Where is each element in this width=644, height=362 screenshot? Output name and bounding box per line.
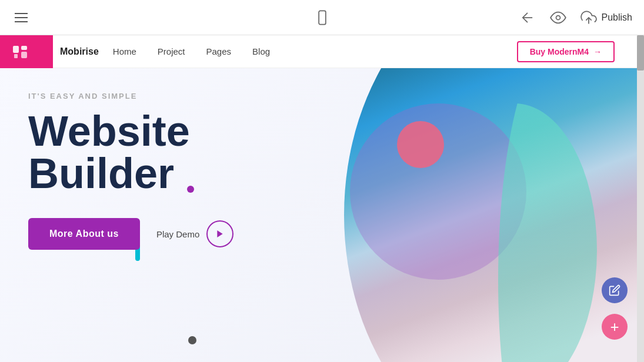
navbar-links: Home Project Pages Blog [113, 46, 270, 56]
bottom-dot [188, 336, 196, 344]
mobile-view-icon[interactable] [314, 9, 331, 26]
main-content: IT'S EASY AND SIMPLE Website Builder Mor… [0, 68, 644, 362]
buy-label: Buy ModernM4 [530, 47, 589, 56]
toolbar-left [12, 10, 31, 25]
toolbar-right: Publish [519, 9, 632, 26]
hero-title-line1: Website [28, 110, 233, 152]
navbar: Mobirise Home Project Pages Blog Buy Mod… [0, 35, 644, 68]
svg-point-9 [19, 47, 21, 49]
hero-title: Website Builder [28, 110, 233, 195]
hero-title-line2: Builder [28, 152, 233, 195]
buy-button[interactable]: Buy ModernM4 → [517, 41, 615, 62]
buy-arrow: → [593, 47, 602, 56]
navbar-brand-name: Mobirise [60, 46, 99, 57]
hero-subtitle: IT'S EASY AND SIMPLE [28, 92, 233, 100]
svg-rect-7 [21, 46, 27, 50]
svg-rect-6 [14, 54, 18, 58]
toolbar: Publish [0, 0, 644, 35]
publish-label: Publish [602, 12, 632, 23]
pink-circle-shape [397, 121, 444, 168]
more-about-us-button[interactable]: More About us [28, 218, 140, 250]
hero-actions: More About us Play Demo [28, 218, 233, 250]
nav-link-blog[interactable]: Blog [252, 46, 270, 56]
nav-link-project[interactable]: Project [158, 46, 185, 56]
play-demo-label: Play Demo [156, 229, 199, 239]
svg-rect-5 [13, 46, 19, 53]
play-circle-icon [206, 220, 233, 247]
preview-button[interactable] [550, 9, 566, 26]
back-button[interactable] [519, 9, 536, 26]
svg-marker-10 [218, 230, 223, 237]
hamburger-line3 [15, 21, 28, 22]
hamburger-button[interactable] [12, 10, 31, 25]
hamburger-line2 [15, 17, 28, 18]
publish-button[interactable]: Publish [580, 9, 632, 26]
play-demo-button[interactable]: Play Demo [156, 220, 233, 247]
toolbar-center [314, 9, 331, 26]
fab-add-button[interactable]: + [602, 314, 628, 340]
svg-rect-0 [319, 11, 326, 24]
nav-link-pages[interactable]: Pages [206, 46, 232, 56]
svg-rect-8 [21, 52, 27, 58]
fab-edit-button[interactable] [602, 277, 628, 303]
hamburger-line1 [15, 13, 28, 14]
scrollbar-thumb[interactable] [637, 35, 644, 71]
scrollbar-track[interactable] [637, 35, 644, 362]
svg-rect-4 [9, 41, 31, 62]
navbar-brand [0, 35, 53, 68]
fab-add-icon: + [610, 318, 619, 336]
nav-link-home[interactable]: Home [113, 46, 136, 56]
hero-content: IT'S EASY AND SIMPLE Website Builder Mor… [28, 92, 233, 250]
svg-point-2 [556, 15, 560, 19]
brand-logo-icon [9, 41, 31, 62]
